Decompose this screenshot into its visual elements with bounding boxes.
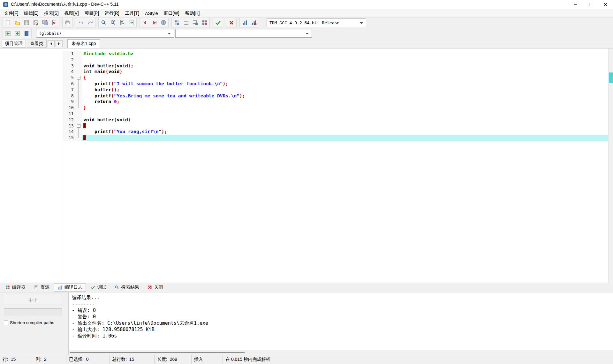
tab-label: 资源 [41,284,49,290]
debug-tab-icon [90,285,95,290]
undo-button[interactable] [76,19,86,27]
save-icon [23,19,30,26]
new-file-button[interactable] [3,19,12,27]
compiler-tab-icon [5,285,10,290]
run-button[interactable] [181,19,191,27]
find-in-files-button[interactable] [117,19,127,27]
shorten-paths-checkbox[interactable] [4,321,8,325]
code-line[interactable]: 7 butler(); [63,87,608,93]
fold-start-marker[interactable] [75,75,82,81]
fold-column [75,117,82,123]
code-line[interactable]: 9 return 0; [63,99,608,105]
close-file-button[interactable] [49,19,59,27]
tab-close-panel[interactable]: 关闭 [144,283,167,292]
profile-icon [242,19,248,26]
minimize-button[interactable] [568,0,583,9]
code-text: void butler(void); [82,63,608,69]
tab-class-viewer[interactable]: 查看类 [27,40,47,48]
code-line[interactable]: 13{ [63,123,608,129]
save-all-button[interactable] [40,19,49,27]
scrollbar-position-marker[interactable] [609,72,613,83]
menu-tools[interactable]: 工具[T] [122,9,142,17]
code-line[interactable]: 15} [63,135,608,141]
code-line[interactable]: 8 printf("Yes.Bring me some tea and writ… [63,93,608,99]
app-icon [3,1,9,8]
close-button[interactable] [598,0,613,9]
code-text: } [82,105,608,111]
menu-astyle[interactable]: AStyle [142,9,161,17]
fold-start-marker[interactable] [75,123,82,129]
code-line[interactable]: 1#include <stdio.h> [63,51,608,57]
fold-column [75,51,82,57]
project-manager-panel[interactable] [0,49,63,283]
tab-scroll-right-button[interactable] [56,40,63,47]
tab-compile-log[interactable]: 编译日志 [54,283,86,292]
tab-scroll-left-button[interactable] [48,40,55,47]
print-button[interactable] [63,19,72,27]
goto-line-button[interactable] [127,19,136,27]
tab-resources[interactable]: 资源 [30,283,53,292]
redo-button[interactable] [86,19,95,27]
code-line[interactable]: 3void butler(void); [63,63,608,69]
menu-file[interactable]: 文件[F] [1,9,21,17]
save-as-button[interactable] [31,19,40,27]
abort-button[interactable]: 中止 [4,296,62,305]
maximize-button[interactable] [583,0,598,9]
code-line[interactable]: 14 printf("You rang,sir?\n"); [63,129,608,135]
save-button[interactable] [22,19,31,27]
editor-vertical-scrollbar[interactable] [608,49,613,283]
compile-button[interactable] [172,19,181,27]
replace-button[interactable] [108,19,117,27]
members-select[interactable] [175,29,312,38]
menu-run[interactable]: 运行[R] [102,9,122,17]
rebuild-button[interactable] [200,19,209,27]
back-button[interactable] [140,19,149,27]
tab-label: 查看类 [30,41,43,47]
menu-edit[interactable]: 编辑[E] [21,9,41,17]
globals-select-value: (globals) [39,31,61,36]
tab-label: 项目管理 [5,41,23,47]
tab-compiler[interactable]: 编译器 [2,283,29,292]
menu-window[interactable]: 窗口[W] [161,9,182,17]
debug-shield-button[interactable] [159,19,168,27]
profile-button[interactable] [240,19,249,27]
profile-delete-icon [251,19,257,26]
sidebar-tab-bar: 项目管理 查看类 [0,40,63,48]
code-line[interactable]: 4int main(void) [63,69,608,75]
menu-view[interactable]: 视图[V] [62,9,82,17]
code-line[interactable]: 10} [63,105,608,111]
class-toolbar-buttons [3,29,32,38]
code-editor[interactable]: 1#include <stdio.h>23void butler(void);4… [63,49,613,283]
profile-delete-button[interactable] [249,19,259,27]
compile-log[interactable]: 编译结果...--------- 错误: 0- 警告: 0- 输出文件名: C:… [68,292,613,355]
log-scrollbar-thumb[interactable] [70,352,245,353]
find-button[interactable] [99,19,108,27]
compile-run-button[interactable] [191,19,200,27]
open-file-button[interactable] [12,19,22,27]
goto-definition-button[interactable] [3,29,12,38]
editor-tab-untitled1[interactable]: 未命名1.cpp [67,39,100,48]
log-horizontal-scrollbar[interactable] [69,350,613,355]
log-line: - 错误: 0 [72,307,613,314]
rebuild-icon [201,19,208,26]
code-line[interactable]: 5{ [63,75,608,81]
globals-select[interactable]: (globals) [36,29,174,38]
code-line[interactable]: 2 [63,57,608,63]
forward-button[interactable] [149,19,159,27]
abort-compile-button[interactable] [227,19,236,27]
code-area[interactable]: 1#include <stdio.h>23void butler(void);4… [63,49,608,283]
class-browser-button[interactable] [22,29,31,38]
code-line[interactable]: 11 [63,111,608,117]
menu-help[interactable]: 帮助[H] [182,9,203,17]
code-line[interactable]: 6 printf("I will summon the butler funct… [63,81,608,87]
menu-project[interactable]: 项目[P] [82,9,102,17]
line-number: 12 [63,117,75,123]
code-line[interactable]: 12void butler(void) [63,117,608,123]
compiler-select[interactable]: TDM-GCC 4.9.2 64-bit Release [267,19,366,27]
goto-declaration-button[interactable] [12,29,22,38]
tab-search-results[interactable]: 搜索结果 [111,283,143,292]
syntax-check-button[interactable] [213,19,223,27]
tab-project-manager[interactable]: 项目管理 [2,40,26,48]
tab-debug[interactable]: 调试 [87,283,110,292]
menu-search[interactable]: 搜索[S] [41,9,61,17]
